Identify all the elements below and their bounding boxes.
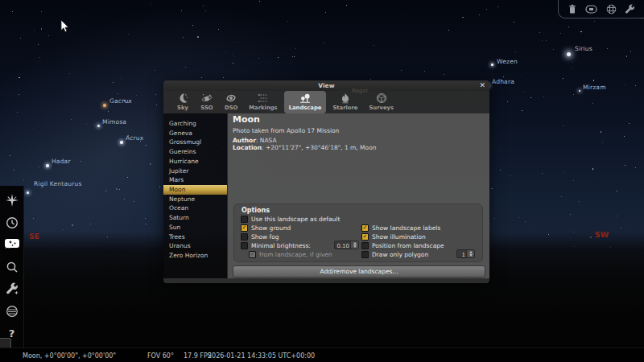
use-default-checkbox[interactable] [241, 216, 248, 223]
cardinal-se-label: SE [29, 232, 39, 241]
dialog-tabbar: Sky SSO DSO Markings Landscape Starlore … [163, 91, 489, 113]
landscape-author: Author: NASA [233, 137, 277, 144]
location-icon[interactable] [4, 192, 20, 208]
dialog-titlebar[interactable]: View ✕ [163, 80, 489, 91]
minimal-brightness-checkbox[interactable] [241, 242, 248, 249]
show-ground-label: Show ground [251, 224, 291, 232]
star-label-mimosa: Mimosa [102, 118, 126, 125]
landscape-item-grossmugl[interactable]: Grossmugl [163, 138, 227, 147]
tab-starlore[interactable]: Starlore [328, 91, 362, 113]
from-landscape-checkbox[interactable] [249, 251, 256, 258]
star-label-regor: Regor [352, 88, 368, 94]
close-icon[interactable]: ✕ [479, 81, 485, 89]
landscape-item-moon[interactable]: Moon [163, 185, 227, 195]
sky-view-options-icon[interactable] [4, 237, 20, 253]
star-label-adhara: Adhara [492, 78, 514, 85]
landscape-item-mars[interactable]: Mars [163, 175, 227, 185]
minimal-brightness-spinner[interactable]: 0.10 [334, 241, 359, 249]
add-remove-landscapes-button[interactable]: Add/remove landscapes... [233, 265, 485, 278]
status-location: Moon, +0°00'00", +0°00'00" [23, 352, 116, 360]
landscape-list: Garching Geneva Grossmugl Guereins Hurri… [163, 113, 228, 278]
astronomical-calculations-icon[interactable] [4, 303, 20, 319]
landscape-item-saturn[interactable]: Saturn [163, 213, 227, 223]
landscape-item-uranus[interactable]: Uranus [163, 241, 227, 251]
show-ground-checkbox[interactable] [241, 224, 248, 232]
landscape-item-sun[interactable]: Sun [163, 223, 227, 232]
star-label-mirzam: Mirzam [583, 84, 606, 91]
star-label-gacrux: Gacrux [109, 97, 132, 105]
status-datetime: 2026-01-21 14:33:05 UTC+00:00 [208, 352, 315, 360]
star-acrux[interactable] [120, 141, 123, 144]
dialog-title: View [163, 82, 489, 89]
star-rigil-kentaurus[interactable] [27, 191, 29, 194]
settings-wrench-icon[interactable] [625, 4, 635, 14]
tab-dso[interactable]: DSO [220, 91, 242, 113]
tab-surveys[interactable]: Surveys [364, 91, 398, 113]
star-label-hadar: Hadar [52, 158, 71, 165]
landscape-item-geneva[interactable]: Geneva [163, 129, 227, 138]
status-bar: Moon, +0°00'00", +0°00'00" FOV 60° 17.9 … [0, 348, 644, 362]
tab-markings[interactable]: Markings [244, 91, 282, 113]
minimal-brightness-label: Minimal brightness: [251, 242, 311, 249]
star-label-wezen: Wezen [497, 58, 518, 65]
landscape-info-panel: Moon Photo taken from Apollo 17 Mission … [228, 113, 489, 278]
position-from-landscape-checkbox[interactable] [361, 242, 369, 249]
star-label-rigil-kentaurus: Rigil Kentaurus [34, 180, 82, 187]
landscape-item-hurricane[interactable]: Hurricane [163, 157, 227, 167]
show-fog-label: Show fog [251, 233, 279, 241]
star-mimosa[interactable] [97, 125, 100, 127]
plugin-toolbar [558, 0, 644, 19]
position-from-landscape-label: Position from landscape [372, 242, 444, 249]
star-hadar[interactable] [46, 164, 49, 167]
trash-icon[interactable] [568, 4, 577, 14]
mouse-cursor [60, 19, 69, 36]
landscape-item-garching[interactable]: Garching [163, 119, 227, 129]
from-landscape-label: from landscape, if given [259, 251, 332, 258]
show-fog-checkbox[interactable] [241, 233, 248, 241]
left-toolbar: ? [0, 186, 24, 348]
date-time-icon[interactable] [4, 215, 20, 231]
options-title: Options [242, 207, 270, 214]
meteor-showers-icon[interactable] [606, 4, 617, 14]
show-illumination-checkbox[interactable] [361, 233, 369, 241]
options-group: Options Use this landscape as default Sh… [233, 204, 483, 262]
show-landscape-labels-label: Show landscape labels [372, 224, 440, 232]
landscape-location: Location: +20°11'27", +30°46'18", 1 m, M… [233, 144, 377, 151]
dialog-bottom-frame [163, 278, 489, 283]
landscape-item-jupiter[interactable]: Jupiter [163, 167, 227, 176]
status-fov: FOV 60° [147, 352, 174, 360]
use-default-label: Use this landscape as default [251, 216, 340, 223]
star-sirius[interactable] [567, 52, 571, 56]
show-landscape-labels-checkbox[interactable] [361, 224, 369, 232]
polygon-thickness-spinner[interactable]: 1 [456, 249, 475, 258]
landscape-item-neptune[interactable]: Neptune [163, 195, 227, 204]
view-dialog: View ✕ Sky SSO DSO Markings Landscape St… [163, 80, 489, 283]
star-label-acrux: Acrux [126, 134, 143, 142]
star-gacrux[interactable] [103, 104, 106, 107]
landscape-item-trees[interactable]: Trees [163, 232, 227, 242]
configuration-icon[interactable] [4, 281, 20, 297]
tab-sky[interactable]: Sky [171, 91, 194, 113]
star-wezen[interactable] [491, 64, 493, 66]
landscape-item-ocean[interactable]: Ocean [163, 204, 227, 213]
landscape-item-zero-horizon[interactable]: Zero Horizon [163, 251, 227, 261]
tab-landscape[interactable]: Landscape [284, 91, 327, 113]
show-illumination-label: Show illumination [372, 233, 426, 241]
landscape-title: Moon [233, 114, 260, 125]
tab-sso[interactable]: SSO [196, 91, 218, 113]
draw-only-polygon-label: Draw only polygon [372, 251, 428, 258]
landscape-description: Photo taken from Apollo 17 Mission [233, 127, 339, 134]
star-label-sirius: Sirius [575, 45, 592, 52]
search-icon[interactable] [4, 259, 20, 275]
oculars-icon[interactable] [585, 5, 597, 14]
draw-only-polygon-checkbox[interactable] [361, 251, 369, 258]
landscape-item-guereins[interactable]: Guereins [163, 147, 227, 157]
cardinal-sw-label: SW [595, 230, 609, 239]
